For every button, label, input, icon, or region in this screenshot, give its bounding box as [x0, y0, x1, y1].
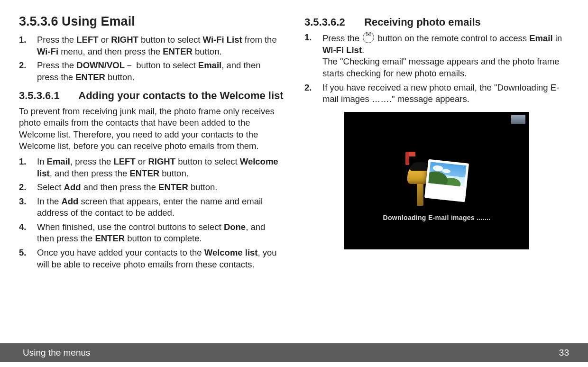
steps-using-email: 1.Press the LEFT or RIGHT button to sele…	[19, 34, 284, 83]
step-item: 1.Press the LEFT or RIGHT button to sele…	[19, 34, 284, 57]
subsection-title: Adding your contacts to the Welcome list	[78, 90, 283, 101]
step-body: Once you have added your contacts to the…	[37, 247, 284, 270]
step-body: Press the LEFT or RIGHT button to select…	[37, 34, 284, 57]
step-item: 4.When finished, use the control buttons…	[19, 221, 284, 245]
step-number: 2.	[19, 60, 37, 83]
section-heading: 3.5.3.6 Using Email	[19, 13, 284, 30]
steps-receiving: 1.Press the button on the remote control…	[304, 32, 569, 105]
step-number: 1.	[19, 156, 37, 179]
footer-title: Using the menus	[23, 348, 91, 358]
subsection-number: 3.5.3.6.1	[19, 89, 76, 102]
subsection-heading-2: 3.5.3.6.2 Receiving photo emails	[304, 15, 569, 29]
step-body: When finished, use the control buttons t…	[37, 221, 284, 245]
steps-welcome-list: 1.In Email, press the LEFT or RIGHT butt…	[19, 156, 284, 270]
screenshot-corner-icon	[511, 115, 525, 124]
step-item: 2.If you have received a new photo email…	[304, 82, 569, 105]
step-number: 1.	[19, 34, 37, 57]
step-item: 5.Once you have added your contacts to t…	[19, 247, 284, 270]
step-number: 1.	[304, 32, 322, 79]
step-number: 5.	[19, 247, 37, 270]
left-column: 3.5.3.6 Using Email 1.Press the LEFT or …	[19, 13, 284, 334]
step-number: 2.	[304, 82, 322, 105]
step-number: 4.	[19, 221, 37, 245]
step-body: Press the DOWN/VOL－ button to select Ema…	[37, 60, 284, 83]
section-number: 3.5.3.6	[19, 14, 58, 28]
step-item: 2.Select Add and then press the ENTER bu…	[19, 182, 284, 193]
subsection-number: 3.5.3.6.2	[304, 15, 361, 29]
screenshot-downloading: Downloading E-mail images .......	[344, 112, 529, 249]
step-body: If you have received a new photo email, …	[322, 82, 569, 105]
step-body: In the Add screen that appears, enter th…	[37, 196, 284, 219]
mailbox-photo-icon	[404, 139, 470, 206]
footer-page-number: 33	[559, 348, 569, 358]
page-footer: Using the menus 33	[0, 343, 588, 362]
subsection-heading-1: 3.5.3.6.1 Adding your contacts to the We…	[19, 89, 284, 102]
right-column: 3.5.3.6.2 Receiving photo emails 1.Press…	[304, 13, 569, 334]
step-number: 2.	[19, 182, 37, 193]
subsection-title: Receiving photo emails	[364, 16, 481, 28]
step-body: In Email, press the LEFT or RIGHT button…	[37, 156, 284, 179]
step-number: 3.	[19, 196, 37, 219]
step-item: 1.In Email, press the LEFT or RIGHT butt…	[19, 156, 284, 179]
step-item: 2.Press the DOWN/VOL－ button to select E…	[19, 60, 284, 83]
section-title: Using Email	[62, 14, 135, 28]
step-body: Select Add and then press the ENTER butt…	[37, 182, 284, 193]
step-body: Press the button on the remote control t…	[322, 32, 569, 79]
step-item: 1.Press the button on the remote control…	[304, 32, 569, 79]
intro-paragraph: To prevent from receiving junk mail, the…	[19, 106, 284, 152]
screenshot-caption: Downloading E-mail images .......	[383, 213, 491, 222]
step-item: 3.In the Add screen that appears, enter …	[19, 196, 284, 219]
email-remote-icon	[363, 32, 374, 43]
